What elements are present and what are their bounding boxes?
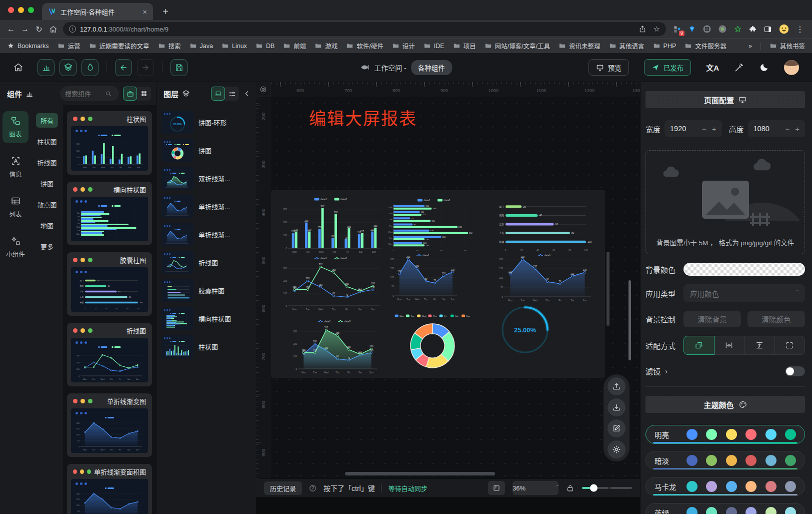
minimize-window-button[interactable]	[18, 7, 24, 13]
clear-color-button[interactable]: 清除颜色	[748, 311, 805, 327]
increase-height-button[interactable]: +	[795, 125, 800, 133]
filter-toggle[interactable]	[785, 366, 805, 376]
app-type-select[interactable]: 应用颜色ˇ	[684, 284, 805, 302]
theme-color-dot[interactable]	[686, 455, 698, 466]
import-button[interactable]	[608, 398, 626, 416]
layer-item[interactable]: 柱状图	[162, 335, 251, 358]
page-config-header[interactable]: 页面配置	[646, 91, 805, 108]
pie-donut-component[interactable]: MonTueWedThuFriSatSun	[390, 313, 475, 373]
browser-reload-button[interactable]: ↻	[32, 22, 46, 36]
theme-color-dot[interactable]	[706, 481, 717, 492]
single-view-toggle[interactable]	[123, 87, 137, 101]
bookmarks-overflow-chevron[interactable]: »	[748, 43, 752, 50]
preview-button[interactable]: 预览	[588, 59, 629, 76]
history-button[interactable]: 历史记录	[264, 481, 302, 495]
redo-button[interactable]	[137, 59, 154, 76]
horizontal-scrollbar[interactable]	[345, 472, 495, 475]
ring-progress-component[interactable]: 25.00%	[495, 303, 555, 356]
theme-color-dot[interactable]	[726, 481, 737, 492]
config-toggle-button[interactable]	[82, 59, 98, 76]
nav-item-info[interactable]: 信息	[2, 151, 28, 183]
bookmark-folder[interactable]: 搜索	[158, 41, 181, 51]
single-line-gradient-area-component[interactable]: data10501001502001202001508070110130MonT…	[496, 252, 594, 302]
theme-color-dot[interactable]	[726, 429, 737, 440]
project-name-badge[interactable]: 各种组件	[411, 60, 452, 75]
panel-scrollbar[interactable]	[628, 280, 631, 360]
bookmark-folder[interactable]: 近期需要读的文章	[89, 41, 150, 51]
height-stepper[interactable]: 1080−+	[748, 120, 805, 137]
line-chart-component[interactable]: data1data2010020030012020015080701101301…	[280, 255, 382, 311]
collapse-panel-chevron[interactable]	[243, 90, 251, 98]
layers-toggle-button[interactable]	[60, 59, 76, 76]
bookmark-folder[interactable]: 资讯未整理	[558, 41, 600, 51]
category-more[interactable]: 更多	[36, 239, 58, 254]
bookmark-star-icon[interactable]: ☆	[654, 25, 660, 34]
extension-gem-icon[interactable]	[688, 25, 696, 33]
component-card[interactable]: 折线图 0100200300MonTueWedThuFriSatSun	[67, 323, 152, 386]
increase-width-button[interactable]: +	[712, 125, 716, 133]
layer-item[interactable]: 饼图	[162, 139, 251, 162]
bookmark-folder[interactable]: 文件服务器	[684, 41, 726, 51]
note-panel-button[interactable]	[488, 481, 505, 495]
theme-color-dot[interactable]	[785, 429, 796, 440]
vertical-scrollbar[interactable]	[606, 252, 610, 326]
theme-color-dot[interactable]	[746, 429, 756, 440]
decrease-width-button[interactable]: −	[702, 125, 706, 133]
chevron-right-icon[interactable]: ›	[665, 367, 668, 375]
canvas-text-title[interactable]: 编辑大屏报表	[309, 105, 417, 130]
bookmark-folder[interactable]: 运营	[58, 41, 80, 51]
component-card[interactable]: 单折线渐变图 050100150200MonTueWedThuFriSatSun	[67, 393, 152, 457]
theme-color-dot[interactable]	[686, 507, 698, 514]
home-icon[interactable]	[13, 62, 24, 73]
theme-color-dot[interactable]	[686, 429, 698, 440]
capsule-chart-component[interactable]: 厦门20南阳40北京60上海80新疆100020406080100	[492, 198, 596, 252]
sidebar-toggle-icon[interactable]	[764, 25, 772, 34]
dual-line-gradient-component[interactable]: data1data2010020030012020015080701101301…	[290, 318, 380, 374]
theme-color-dot[interactable]	[726, 507, 737, 514]
new-tab-button[interactable]: +	[158, 4, 173, 19]
layer-item[interactable]: 折线图	[162, 251, 251, 274]
theme-row-bluegreen[interactable]: 蓝绿	[646, 503, 805, 514]
extensions-puzzle-icon[interactable]	[748, 25, 757, 34]
theme-color-dot[interactable]	[766, 507, 776, 514]
category-line[interactable]: 折线图	[32, 155, 61, 170]
address-bar[interactable]: i 127.0.0.1:3000/#/chart/home/9 ☆	[63, 22, 666, 36]
grid-view-toggle[interactable]	[137, 87, 151, 101]
decrease-height-button[interactable]: −	[785, 125, 790, 133]
save-button[interactable]	[170, 59, 188, 76]
other-bookmarks[interactable]: 其他书签	[770, 41, 805, 51]
component-card[interactable]: 胶囊柱图 厦门20南阳40北京60上海80新疆100020406080100	[67, 252, 152, 316]
theme-color-dot[interactable]	[726, 455, 737, 466]
component-search[interactable]	[60, 86, 119, 101]
language-switch-icon[interactable]: 文A	[706, 62, 719, 73]
bg-color-swatch[interactable]	[684, 263, 805, 276]
fit-stretch-button[interactable]	[774, 336, 806, 355]
publish-button[interactable]: 已发布	[644, 59, 692, 76]
unlock-icon[interactable]	[566, 484, 574, 492]
category-scatter[interactable]: 散点图	[32, 197, 61, 212]
bookmark-folder[interactable]: 其他语言	[609, 41, 644, 51]
zoom-slider[interactable]	[582, 487, 632, 489]
bookmark-folder[interactable]: 软件/硬件	[346, 41, 383, 51]
user-avatar[interactable]	[784, 60, 799, 75]
layer-item[interactable]: 双折线渐...	[162, 167, 251, 190]
extension-record-icon[interactable]	[718, 25, 727, 34]
browser-back-button[interactable]: ←	[4, 22, 18, 36]
bookmark-folder[interactable]: 游戏	[314, 41, 338, 51]
layer-item[interactable]: 单折线渐...	[162, 195, 251, 218]
theme-color-dot[interactable]	[766, 455, 776, 466]
components-toggle-button[interactable]	[38, 59, 54, 76]
nav-item-list[interactable]: 列表	[2, 191, 28, 223]
zoom-window-button[interactable]	[28, 7, 34, 13]
single-line-gradient-component[interactable]: data10501001502001202001508070110130MonT…	[387, 252, 460, 301]
close-window-button[interactable]	[8, 7, 14, 13]
search-input[interactable]	[65, 90, 103, 98]
browser-tab[interactable]: 工作空间-各种组件 ×	[42, 3, 153, 20]
category-all[interactable]: 所有	[36, 113, 58, 128]
bookmark-folder[interactable]: 前端	[283, 41, 306, 51]
layer-item[interactable]: 胶囊柱图	[162, 279, 251, 302]
category-map[interactable]: 地图	[36, 218, 58, 233]
zoom-slider-handle[interactable]	[590, 484, 598, 492]
component-card[interactable]: 柱状图 0100200300MonTueWedThuFriSatSun	[67, 111, 152, 175]
theme-color-dot[interactable]	[785, 455, 796, 466]
